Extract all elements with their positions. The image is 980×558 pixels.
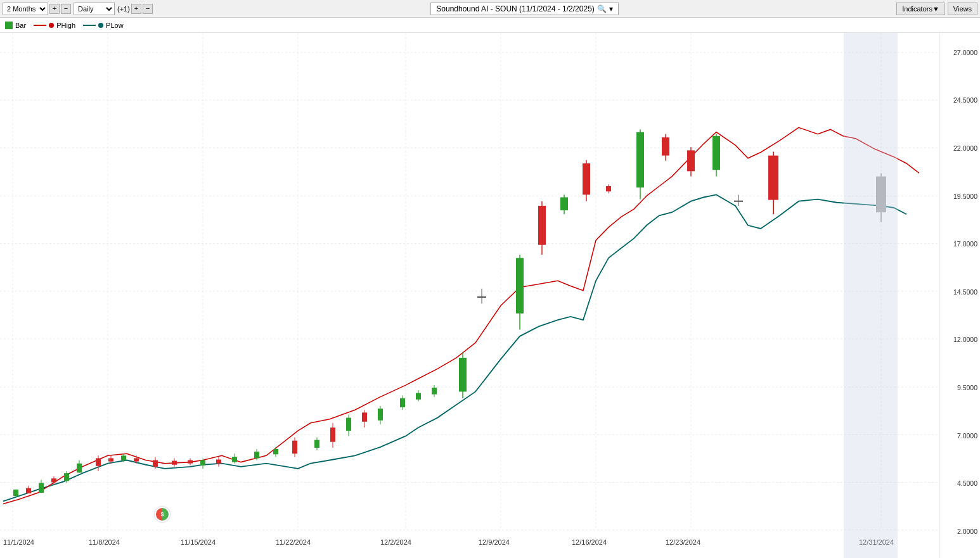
xlabel-dec16: 12/16/2024 <box>572 538 607 546</box>
xlabel-nov22: 11/22/2024 <box>276 538 311 546</box>
interval-selector: Daily Weekly Monthly <box>74 3 115 15</box>
plow-dot <box>98 23 103 28</box>
candle-dec31a <box>768 156 778 200</box>
plow-line-swatch <box>83 25 96 26</box>
bar-color-box <box>5 22 13 29</box>
period-selector: 2 Months 1 Month 3 Months 6 Months + − <box>3 3 71 15</box>
dollar-sign: $ <box>160 511 164 517</box>
candle-nov4 <box>26 488 31 493</box>
period-select[interactable]: 2 Months 1 Month 3 Months 6 Months <box>3 3 48 15</box>
phigh-polyline <box>3 127 919 504</box>
candle-nov11 <box>96 458 101 466</box>
candle-nov18 <box>172 461 177 465</box>
plow-label: PLow <box>106 22 124 29</box>
candle-dec18 <box>560 198 568 211</box>
ticker-center: Soundhound AI - SOUN (11/1/2024 - 1/2/20… <box>155 3 894 15</box>
period-minus-btn[interactable]: − <box>61 4 71 14</box>
ylabel-2: 2.0000 <box>957 528 977 535</box>
candle-dec17 <box>538 206 546 245</box>
ylabel-4.5: 4.5000 <box>957 479 977 487</box>
bar-label: Bar <box>15 22 26 29</box>
candle-dec6 <box>378 409 383 421</box>
ylabel-9.5: 9.5000 <box>957 384 977 391</box>
ticker-text: Soundhound AI - SOUN (11/1/2024 - 1/2/20… <box>436 4 595 13</box>
xlabel-dec23: 12/23/2024 <box>666 538 700 546</box>
increment-group: (+1) + − <box>117 4 153 14</box>
dollar-badge: $ <box>155 507 170 522</box>
ylabel-24.5: 24.5000 <box>953 96 977 104</box>
plow-polyline <box>3 194 906 501</box>
legend-plow: PLow <box>83 22 124 29</box>
xlabel-dec2: 12/2/2024 <box>380 538 411 546</box>
increment-plus-btn[interactable]: + <box>131 4 141 14</box>
legend-bar: Bar <box>5 22 26 29</box>
candle-nov27 <box>292 441 297 454</box>
candle-dec16a <box>516 258 524 314</box>
xlabel-nov1: 11/1/2024 <box>3 538 34 546</box>
ylabel-7: 7.0000 <box>957 432 977 440</box>
candle-dec10 <box>416 393 421 399</box>
candle-dec26 <box>687 150 695 171</box>
views-button[interactable]: Views <box>948 3 977 15</box>
candle-nov6 <box>51 478 56 482</box>
ylabel-17: 17.0000 <box>953 240 977 248</box>
candle-nov5 <box>39 483 44 493</box>
candle-dec24 <box>662 137 669 156</box>
toolbar: 2 Months 1 Month 3 Months 6 Months + − D… <box>0 0 980 18</box>
candle-nov7 <box>64 473 69 481</box>
candle-nov20 <box>200 460 205 466</box>
legend-phigh: PHigh <box>34 22 75 29</box>
candle-nov22 <box>232 457 237 462</box>
candle-nov1a <box>13 490 18 496</box>
candle-dec9a <box>400 398 405 407</box>
candle-dec27 <box>712 136 720 170</box>
xlabel-nov8: 11/8/2024 <box>89 538 120 546</box>
chart-area[interactable]: 11/1/2024 11/8/2024 11/15/2024 11/22/202… <box>0 33 939 558</box>
y-axis: 27.000024.500022.000019.500017.000014.50… <box>939 33 980 558</box>
candle-nov21 <box>216 459 221 463</box>
increment-minus-btn[interactable]: − <box>143 4 153 14</box>
phigh-dot <box>49 23 54 28</box>
candle-dec3 <box>330 428 335 442</box>
ylabel-27: 27.0000 <box>953 49 977 56</box>
candle-nov12 <box>108 458 113 461</box>
candle-nov13 <box>121 455 126 460</box>
dropdown-icon[interactable]: ▾ <box>609 4 613 13</box>
ylabel-22: 22.0000 <box>953 144 977 152</box>
candle-jan2 <box>876 177 886 213</box>
price-chart: 11/1/2024 11/8/2024 11/15/2024 11/22/202… <box>0 33 939 558</box>
legend-bar: Bar PHigh PLow <box>0 18 980 33</box>
xlabel-dec31: 12/31/2024 <box>859 538 894 546</box>
ylabel-14.5: 14.5000 <box>953 288 977 296</box>
increment-label: (+1) <box>117 5 130 13</box>
xlabel-nov15: 11/15/2024 <box>181 538 216 546</box>
interval-select[interactable]: Daily Weekly Monthly <box>74 3 115 15</box>
ylabel-19.5: 19.5000 <box>953 193 977 200</box>
phigh-line-swatch <box>34 25 46 26</box>
candle-dec19 <box>583 163 590 194</box>
period-plus-btn[interactable]: + <box>49 4 60 14</box>
search-icon[interactable]: 🔍 <box>597 4 607 13</box>
ticker-display: Soundhound AI - SOUN (11/1/2024 - 1/2/20… <box>430 3 619 15</box>
candle-nov8 <box>77 464 82 472</box>
candle-nov15 <box>153 460 158 467</box>
chart-container: 11/1/2024 11/8/2024 11/15/2024 11/22/202… <box>0 33 980 558</box>
candle-dec5 <box>362 412 367 421</box>
candle-dec4 <box>346 418 351 431</box>
candle-nov19 <box>188 460 193 464</box>
candle-dec12 <box>459 358 467 392</box>
candle-dec23a <box>636 132 644 188</box>
candle-dec11 <box>432 388 437 394</box>
candle-nov25 <box>254 452 259 458</box>
candle-dec2a <box>314 440 319 448</box>
phigh-label: PHigh <box>56 22 75 29</box>
svg-rect-0 <box>0 33 939 558</box>
toolbar-right: Indicators▼ Views <box>896 3 977 15</box>
candle-nov14 <box>134 458 139 461</box>
indicators-button[interactable]: Indicators▼ <box>896 3 945 15</box>
xlabel-dec9: 12/9/2024 <box>479 538 510 546</box>
candle-dec20 <box>606 186 611 191</box>
ylabel-12: 12.0000 <box>953 336 977 343</box>
candle-nov26 <box>273 449 278 454</box>
